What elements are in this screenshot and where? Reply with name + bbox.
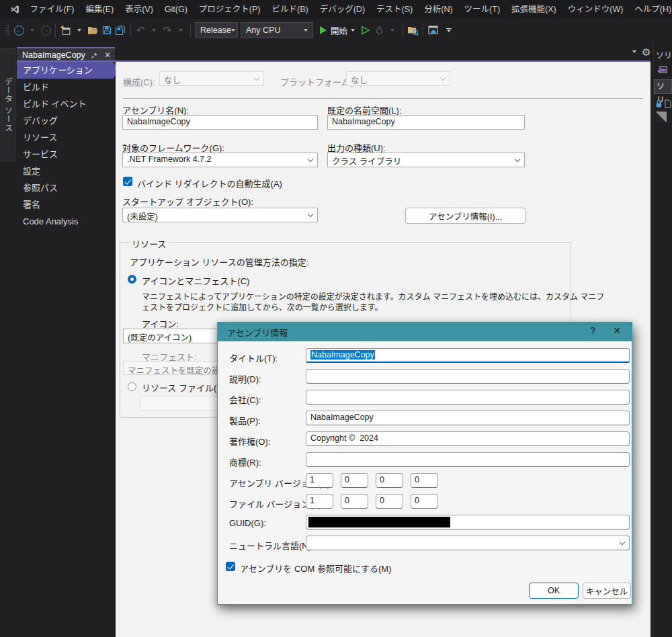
title-input[interactable]: NabaImageCopy — [306, 348, 630, 363]
menu-analyze[interactable]: 分析(N) — [419, 0, 458, 19]
file-version-revision[interactable]: 0 — [411, 494, 438, 509]
menu-test[interactable]: テスト(S) — [371, 0, 419, 19]
pin-icon[interactable] — [88, 50, 101, 60]
show-all-files-button[interactable] — [405, 22, 420, 38]
nav-signing[interactable]: 署名 — [17, 196, 116, 213]
startup-object-combo[interactable]: (未設定) — [122, 208, 318, 222]
assembly-name-input[interactable]: NabaImageCopy — [122, 115, 318, 130]
navigate-back-dropdown[interactable] — [26, 22, 39, 38]
data-sources-tool-tab[interactable]: データ ソース — [1, 48, 15, 161]
resource-file-radio[interactable] — [128, 382, 136, 391]
assembly-information-button[interactable]: アセンブリ情報(I)... — [405, 208, 526, 224]
forward-arrow-icon: → — [41, 26, 51, 36]
menu-tools[interactable]: ツール(T) — [458, 0, 505, 19]
home-window-button[interactable] — [426, 22, 441, 38]
menu-view[interactable]: 表示(V) — [120, 0, 159, 19]
navigate-back-button[interactable]: ← — [12, 22, 26, 38]
save-all-button[interactable] — [114, 22, 128, 38]
nav-settings[interactable]: 設定 — [17, 163, 116, 179]
assembly-version-major[interactable]: 1 — [306, 473, 333, 488]
auto-binding-redirects-label: バインド リダイレクトの自動生成(A) — [137, 177, 282, 189]
toolbar-overflow-button[interactable] — [442, 22, 456, 38]
start-label: 開始 — [331, 24, 347, 37]
menu-debug[interactable]: デバッグ(D) — [314, 0, 370, 19]
solution-platform-combo[interactable]: Any CPU — [241, 22, 313, 38]
menu-build[interactable]: ビルド(B) — [266, 0, 314, 19]
dialog-titlebar[interactable]: アセンブリ情報 — [218, 323, 632, 341]
configuration-combo: なし — [159, 71, 264, 86]
assembly-version-revision[interactable]: 0 — [411, 473, 438, 488]
gear-icon[interactable]: ⚙ — [642, 46, 650, 58]
close-icon[interactable]: ✕ — [610, 325, 624, 336]
company-input[interactable] — [306, 390, 630, 405]
neutral-language-combo[interactable]: (なし) — [306, 536, 630, 550]
com-visible-checkbox[interactable] — [226, 562, 235, 571]
auto-binding-redirects-checkbox[interactable] — [123, 177, 132, 186]
lock-icon[interactable] — [655, 99, 671, 108]
close-icon[interactable]: ✕ — [104, 50, 111, 60]
project-designer-nav: アプリケーション ビルド ビルド イベント デバッグ リソース サービス 設定 … — [17, 62, 116, 230]
document-tab[interactable]: NabaImageCopy ✕ — [17, 47, 115, 62]
solution-explorer-tab[interactable]: ソリ — [654, 79, 672, 94]
menu-bar: ファイル(F) 編集(E) 表示(V) Git(G) プロジェクト(P) ビルド… — [0, 0, 672, 19]
menu-edit[interactable]: 編集(E) — [80, 0, 120, 19]
menu-project[interactable]: プロジェクト(P) — [193, 0, 266, 19]
start-debug-button[interactable]: 開始 — [319, 22, 356, 38]
toolbar-grip[interactable] — [5, 24, 9, 36]
panel-corner-icon — [656, 112, 667, 122]
nav-reference-paths[interactable]: 参照パス — [17, 179, 116, 196]
solution-configuration-combo[interactable]: Release — [195, 22, 238, 38]
product-input[interactable]: NabaImageCopy — [306, 411, 630, 425]
chevron-down-icon — [440, 75, 446, 81]
undo-dropdown[interactable] — [147, 22, 161, 38]
save-button[interactable] — [100, 22, 114, 38]
menu-help[interactable]: ヘルプ(H) — [629, 0, 672, 19]
redo-button[interactable]: ↷ — [161, 22, 174, 38]
redo-dropdown[interactable] — [174, 22, 187, 38]
solution-switch-icon[interactable] — [657, 65, 667, 75]
menu-extensions[interactable]: 拡張機能(X) — [506, 0, 562, 19]
menu-file[interactable]: ファイル(F) — [24, 0, 80, 19]
hot-reload-dropdown[interactable] — [386, 22, 399, 38]
menu-window[interactable]: ウィンドウ(W) — [562, 0, 629, 19]
start-without-debug-button[interactable] — [359, 22, 372, 38]
nav-resources[interactable]: リソース — [17, 129, 116, 146]
menu-git[interactable]: Git(G) — [159, 0, 193, 19]
separator-line — [123, 98, 643, 99]
nav-services[interactable]: サービス — [17, 146, 116, 163]
assembly-version-build[interactable]: 0 — [376, 473, 403, 488]
hot-reload-button[interactable] — [372, 22, 386, 38]
file-version-minor[interactable]: 0 — [341, 494, 368, 509]
output-type-combo[interactable]: クラス ライブラリ — [327, 153, 525, 167]
new-project-dropdown[interactable] — [73, 22, 86, 38]
description-input[interactable] — [306, 369, 630, 384]
assembly-version-minor[interactable]: 0 — [341, 473, 368, 488]
new-project-button[interactable] — [58, 22, 73, 38]
nav-application[interactable]: アプリケーション — [17, 62, 119, 79]
file-version-build[interactable]: 0 — [376, 494, 403, 509]
nav-debug[interactable]: デバッグ — [17, 112, 116, 129]
resources-instruction-label: アプリケーション リソースの管理方法の指定: — [130, 255, 308, 268]
chevron-down-icon — [308, 212, 313, 217]
nav-code-analysis[interactable]: Code Analysis — [17, 213, 116, 230]
default-namespace-input[interactable]: NabaImageCopy — [327, 115, 525, 130]
navigate-forward-button[interactable]: → — [39, 22, 52, 38]
data-sources-label: データ ソース — [3, 77, 14, 132]
undo-button[interactable]: ↶ — [134, 22, 147, 38]
file-version-major[interactable]: 1 — [306, 494, 333, 509]
ok-button[interactable]: OK — [529, 583, 579, 599]
platform-combo: なし — [346, 71, 450, 86]
window-home-icon — [427, 24, 439, 36]
trademark-field-label: 商標(R): — [229, 456, 261, 468]
nav-build[interactable]: ビルド — [17, 79, 116, 95]
description-field-label: 説明(D): — [229, 372, 261, 385]
help-button[interactable]: ? — [586, 325, 599, 336]
trademark-input[interactable] — [306, 452, 630, 467]
open-file-button[interactable] — [86, 22, 100, 38]
cancel-button[interactable]: キャンセル — [583, 583, 631, 599]
icon-manifest-radio[interactable] — [128, 275, 136, 284]
copyright-input[interactable]: Copyright © 2024 — [306, 431, 630, 446]
nav-build-events[interactable]: ビルド イベント — [17, 95, 116, 112]
neutral-language-label: ニュートラル言語(N): — [229, 539, 314, 552]
target-framework-combo[interactable]: .NET Framework 4.7.2 — [122, 153, 318, 167]
